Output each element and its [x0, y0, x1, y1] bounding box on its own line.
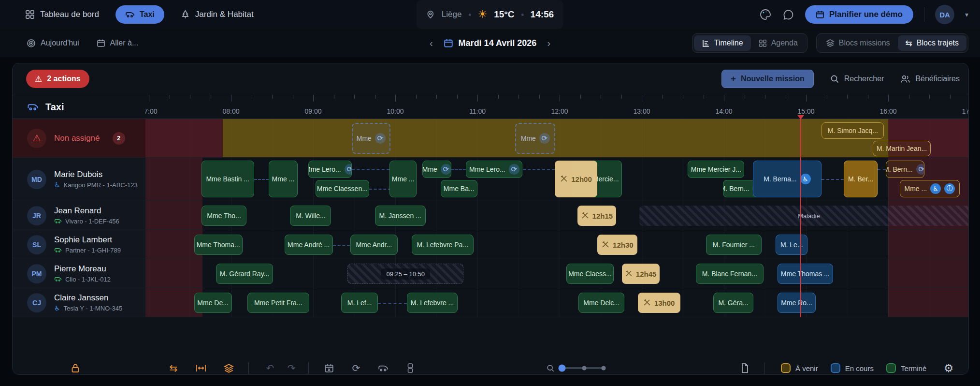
mission-block-done[interactable]: Mme⟳: [422, 161, 451, 178]
axis-tick: [272, 95, 273, 99]
mission-block-progress[interactable]: Mme Ro...: [778, 293, 816, 313]
mission-block-done[interactable]: Mme Petit Fra...: [247, 293, 309, 313]
mission-block-lunch[interactable]: 12h30: [597, 235, 637, 255]
goto-date-button[interactable]: Aller à...: [97, 39, 139, 47]
mission-block-done[interactable]: Mme Lero...⟳: [466, 161, 522, 178]
palette-icon[interactable]: [759, 8, 772, 21]
mission-block-upcoming-outline[interactable]: Mme ...♿ⓘ: [900, 180, 960, 197]
status-legend: À venirEn coursTerminé: [781, 361, 926, 375]
vehicle-button[interactable]: [376, 361, 390, 375]
mission-block-done[interactable]: M. Gérard Ray...: [216, 264, 273, 284]
repeat-button[interactable]: ⟳: [349, 361, 363, 375]
fit-width-button[interactable]: [194, 361, 208, 375]
grid-icon: [25, 10, 35, 19]
lock-button[interactable]: [68, 361, 83, 375]
mission-block-lunch[interactable]: 12h00: [555, 161, 597, 197]
export-button[interactable]: [737, 361, 752, 375]
calendar-clear-button[interactable]: [322, 361, 336, 375]
axis-tick: [745, 95, 745, 99]
mission-block-done[interactable]: Mme De...: [194, 293, 232, 313]
cards-view-button[interactable]: [403, 361, 418, 375]
current-date-label[interactable]: Mardi 14 Avril 2026: [459, 38, 537, 48]
mission-block-sick[interactable]: Maladie: [639, 206, 969, 226]
mission-block-dashed[interactable]: Mme⟳: [352, 123, 390, 154]
mission-block-lunch[interactable]: 12h15: [577, 206, 616, 226]
chevron-down-icon[interactable]: ▾: [965, 11, 968, 18]
driver-row-label[interactable]: MDMarie Dubois♿Kangoo PMR - 1-ABC-123: [13, 158, 145, 201]
schedule-demo-button[interactable]: Planifier une démo: [805, 5, 913, 24]
mission-block-done[interactable]: M. Janssen ...: [375, 206, 426, 226]
mission-block-dashed[interactable]: Mme⟳: [515, 123, 555, 154]
search-button[interactable]: Rechercher: [830, 74, 884, 84]
mission-block-upcoming-outline[interactable]: M. Bern...⟳: [886, 161, 924, 178]
van-icon: [27, 101, 39, 113]
mission-block-done[interactable]: M. Lefebvre Pa...: [412, 235, 474, 255]
mission-block-lunch[interactable]: 13h00: [638, 293, 680, 313]
mission-block-done[interactable]: Mme Bastin ...: [202, 161, 254, 197]
mission-block-done[interactable]: Mme Lero...⟳: [308, 161, 352, 178]
tab-blocs-missions[interactable]: Blocs missions: [818, 35, 898, 51]
today-button[interactable]: Aujourd'hui: [27, 39, 79, 48]
driver-row-label[interactable]: JRJean RenardVivaro - 1-DEF-456: [13, 201, 145, 230]
avatar: SL: [27, 235, 46, 254]
mission-block-done[interactable]: Mme André ...: [285, 235, 333, 255]
timeline-canvas[interactable]: Mme⟳Mme⟳M. Simon Jacq...M. Martin Jean..…: [145, 119, 969, 317]
mission-block-lunch[interactable]: 12h45: [622, 264, 660, 284]
mission-block-done[interactable]: M. Lefebvre ...: [407, 293, 458, 313]
mission-block-done[interactable]: M. Wille...: [290, 206, 331, 226]
new-mission-button[interactable]: + Nouvelle mission: [721, 70, 814, 88]
mission-block-pending[interactable]: 09:25 – 10:50: [347, 264, 463, 284]
lunch-time-label: 12h45: [636, 270, 657, 278]
mission-block-done[interactable]: Mme ...: [389, 161, 417, 197]
mission-block-progress[interactable]: M. Berna...♿: [753, 161, 822, 197]
settings-button[interactable]: ⚙: [941, 361, 956, 375]
nav-jardin[interactable]: Jardin & Habitat: [181, 10, 254, 19]
hour-label: 17:00: [962, 107, 969, 115]
layers-tool-button[interactable]: [221, 361, 236, 375]
redo-button[interactable]: ↷: [284, 361, 299, 375]
driver-row-label[interactable]: PMPierre MoreauClio - 1-JKL-012: [13, 259, 145, 288]
chat-icon[interactable]: [782, 9, 794, 21]
next-day-button[interactable]: ›: [547, 38, 550, 49]
swap-tool-button[interactable]: ⇆: [166, 361, 181, 375]
mission-block-done[interactable]: Mme Claessen...: [316, 180, 369, 197]
prev-day-button[interactable]: ‹: [430, 38, 433, 49]
mission-block-done[interactable]: Mme Ba...: [441, 180, 478, 197]
nav-dashboard[interactable]: Tableau de bord: [25, 10, 99, 19]
unassigned-row-label[interactable]: ⚠Non assigné2: [13, 119, 145, 158]
tab-agenda[interactable]: Agenda: [751, 35, 806, 51]
mission-label: Mme ...: [272, 175, 295, 183]
tab-blocs-trajets[interactable]: ⇆ Blocs trajets: [898, 35, 966, 51]
zoom-track[interactable]: [559, 367, 605, 369]
mission-block-done[interactable]: M. Géra...: [713, 293, 753, 313]
mission-block-done[interactable]: Mme Claess...: [566, 264, 614, 284]
mission-block-done[interactable]: Mme Mercier J...: [688, 161, 744, 178]
mission-block-done[interactable]: Mme Andr...: [350, 235, 398, 255]
mission-block-upcoming-solid[interactable]: M. Ber...: [844, 161, 878, 197]
driver-row-label[interactable]: CJClaire Janssen♿Tesla Y - 1-MNO-345: [13, 288, 145, 317]
mission-block-done[interactable]: Mme Thoma...: [194, 235, 243, 255]
mission-block-done[interactable]: Mme ...: [269, 161, 298, 197]
avatar[interactable]: DA: [935, 5, 954, 24]
driver-row-label[interactable]: SLSophie LambertPartner - 1-GHI-789: [13, 230, 145, 259]
mission-block-upcoming-outline[interactable]: M. Martin Jean...: [873, 141, 931, 156]
zoom-handle[interactable]: [559, 365, 566, 372]
mission-block-done[interactable]: Mme Tho...: [202, 206, 247, 226]
mission-block-upcoming-outline[interactable]: M. Simon Jacq...: [821, 122, 884, 139]
zoom-slider[interactable]: [547, 361, 605, 375]
trip-connector: [333, 245, 350, 246]
mission-block-done[interactable]: M. Lef...: [341, 293, 378, 313]
mission-block-progress[interactable]: Mme Thomas ...: [778, 264, 834, 284]
nav-taxi[interactable]: Taxi: [115, 5, 164, 24]
pending-actions-badge[interactable]: ⚠ 2 actions: [26, 70, 89, 88]
mission-block-done[interactable]: Mme Delc...: [578, 293, 624, 313]
mission-block-progress[interactable]: M. Le...: [776, 235, 807, 255]
axis-tick: [334, 95, 334, 99]
beneficiaries-button[interactable]: Bénéficiaires: [900, 74, 960, 84]
mission-label: M. Blanc Fernan...: [702, 270, 757, 278]
mission-block-done[interactable]: M. Blanc Fernan...: [696, 264, 763, 284]
tab-timeline[interactable]: Timeline: [694, 35, 751, 51]
undo-button[interactable]: ↶: [263, 361, 277, 375]
row-divider: [145, 288, 969, 288]
mission-block-done[interactable]: M. Fournier ...: [706, 235, 762, 255]
